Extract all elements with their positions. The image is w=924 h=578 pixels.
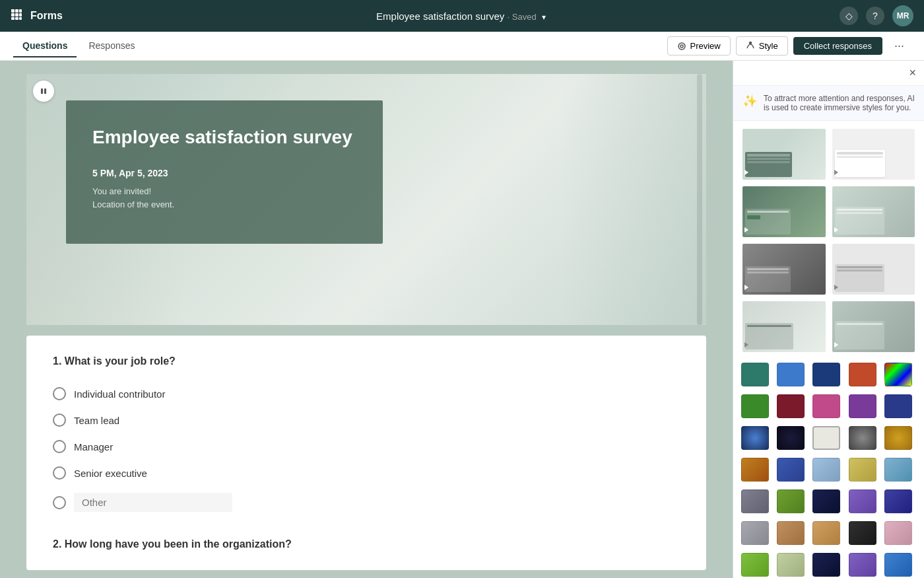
- img-swatch-7[interactable]: [777, 458, 805, 482]
- image-swatches-row3: [733, 487, 924, 519]
- pause-button[interactable]: [33, 81, 54, 102]
- image-swatches-row1: [733, 423, 924, 455]
- img-swatch-17[interactable]: [777, 521, 805, 545]
- scrollbar[interactable]: [697, 74, 702, 325]
- form-title: Employee satisfaction survey: [92, 127, 356, 148]
- preview-button[interactable]: Preview: [667, 36, 731, 55]
- app-name: Forms: [30, 10, 63, 22]
- form-area: Employee satisfaction survey 5 PM, Apr 5…: [0, 61, 733, 578]
- other-input[interactable]: [74, 493, 232, 512]
- img-swatch-11[interactable]: [741, 489, 769, 513]
- color-swatch-navy[interactable]: [812, 363, 840, 386]
- color-swatches-row2: [733, 392, 924, 423]
- form-date: 5 PM, Apr 5, 2023: [92, 168, 356, 178]
- svg-marker-20: [744, 342, 748, 347]
- img-swatch-18[interactable]: [812, 521, 840, 545]
- topbar: Forms Employee satisfaction survey · Sav…: [0, 0, 924, 32]
- close-panel-button[interactable]: ×: [909, 66, 916, 80]
- option-manager: Manager: [53, 433, 680, 460]
- radio-senior-executive[interactable]: [53, 466, 66, 480]
- img-swatch-5[interactable]: [884, 426, 912, 450]
- radio-other[interactable]: [53, 496, 66, 509]
- radio-individual-contributor[interactable]: [53, 387, 66, 400]
- theme-thumb-1[interactable]: [741, 127, 827, 181]
- img-swatch-3[interactable]: [812, 426, 840, 450]
- style-panel: × ✨ To attract more attention and respon…: [733, 61, 924, 578]
- img-swatch-21[interactable]: [741, 553, 769, 577]
- label-manager: Manager: [74, 441, 113, 452]
- color-swatch-purple[interactable]: [849, 394, 876, 418]
- svg-point-11: [749, 42, 751, 44]
- theme-thumb-5[interactable]: [741, 242, 827, 296]
- option-individual-contributor: Individual contributor: [53, 380, 680, 407]
- img-swatch-14[interactable]: [849, 489, 876, 513]
- radio-manager[interactable]: [53, 440, 66, 453]
- color-swatch-blue[interactable]: [777, 363, 805, 386]
- img-swatch-12[interactable]: [777, 489, 805, 513]
- img-swatch-15[interactable]: [884, 489, 912, 513]
- ai-banner: ✨ To attract more attention and response…: [733, 86, 924, 121]
- color-swatch-rust[interactable]: [849, 363, 876, 386]
- color-swatches-row1: [733, 360, 924, 392]
- theme-thumb-8[interactable]: [831, 300, 917, 353]
- form-description: You are invited! Location of the event.: [92, 185, 356, 211]
- svg-rect-7: [15, 17, 18, 20]
- question2-title: 2. How long have you been in the organiz…: [53, 538, 680, 550]
- svg-rect-8: [19, 17, 22, 20]
- color-swatch-green[interactable]: [741, 394, 769, 418]
- ai-message: To attract more attention and responses,…: [764, 94, 915, 112]
- color-swatch-multi[interactable]: [884, 363, 912, 386]
- img-swatch-2[interactable]: [777, 426, 805, 450]
- avatar[interactable]: MR: [892, 5, 913, 26]
- questions-card: 1. What is your job role? Individual con…: [26, 336, 706, 570]
- img-swatch-24[interactable]: [849, 553, 876, 577]
- img-swatch-6[interactable]: [741, 458, 769, 482]
- img-swatch-10[interactable]: [884, 458, 912, 482]
- img-swatch-1[interactable]: [741, 426, 769, 450]
- img-swatch-20[interactable]: [884, 521, 912, 545]
- svg-marker-21: [834, 342, 838, 347]
- img-swatch-16[interactable]: [741, 521, 769, 545]
- img-swatch-22[interactable]: [777, 553, 805, 577]
- img-swatch-13[interactable]: [812, 489, 840, 513]
- img-swatch-19[interactable]: [849, 521, 876, 545]
- theme-thumb-2[interactable]: [831, 127, 917, 181]
- img-swatch-4[interactable]: [849, 426, 876, 450]
- svg-rect-13: [44, 89, 46, 94]
- label-senior-executive: Senior executive: [74, 468, 147, 479]
- color-swatch-pink[interactable]: [812, 394, 840, 418]
- tab-responses[interactable]: Responses: [79, 35, 144, 57]
- img-swatch-25[interactable]: [884, 553, 912, 577]
- ai-sparkle-icon: ✨: [742, 94, 757, 108]
- img-swatch-23[interactable]: [812, 553, 840, 577]
- style-button[interactable]: Style: [736, 36, 788, 55]
- svg-rect-5: [19, 13, 22, 17]
- header-overlay: Employee satisfaction survey 5 PM, Apr 5…: [66, 100, 383, 244]
- svg-rect-1: [15, 9, 18, 13]
- collect-responses-button[interactable]: Collect responses: [793, 37, 882, 55]
- theme-thumb-6[interactable]: [831, 242, 917, 296]
- svg-marker-16: [744, 227, 748, 233]
- svg-marker-14: [744, 170, 748, 175]
- help-icon[interactable]: ?: [866, 7, 884, 25]
- tab-questions[interactable]: Questions: [13, 35, 77, 57]
- color-swatch-darkred[interactable]: [777, 394, 805, 418]
- img-swatch-8[interactable]: [812, 458, 840, 482]
- svg-rect-6: [11, 17, 15, 20]
- image-swatches-row2: [733, 455, 924, 487]
- option-other: [53, 486, 680, 519]
- img-swatch-9[interactable]: [849, 458, 876, 482]
- more-options-button[interactable]: ···: [888, 35, 911, 57]
- form-header-card: Employee satisfaction survey 5 PM, Apr 5…: [26, 74, 706, 325]
- document-title: Employee satisfaction survey · Saved ▾: [82, 11, 840, 22]
- color-swatch-darkblue[interactable]: [884, 394, 912, 418]
- radio-team-lead[interactable]: [53, 414, 66, 427]
- dropdown-chevron-icon[interactable]: ▾: [542, 13, 546, 22]
- color-swatch-teal[interactable]: [741, 363, 769, 386]
- svg-rect-0: [11, 9, 15, 13]
- grid-icon[interactable]: [11, 9, 22, 23]
- theme-thumb-3[interactable]: [741, 185, 827, 238]
- theme-thumb-7[interactable]: [741, 300, 827, 353]
- diamond-icon[interactable]: ◇: [840, 7, 858, 25]
- theme-thumb-4[interactable]: [831, 185, 917, 238]
